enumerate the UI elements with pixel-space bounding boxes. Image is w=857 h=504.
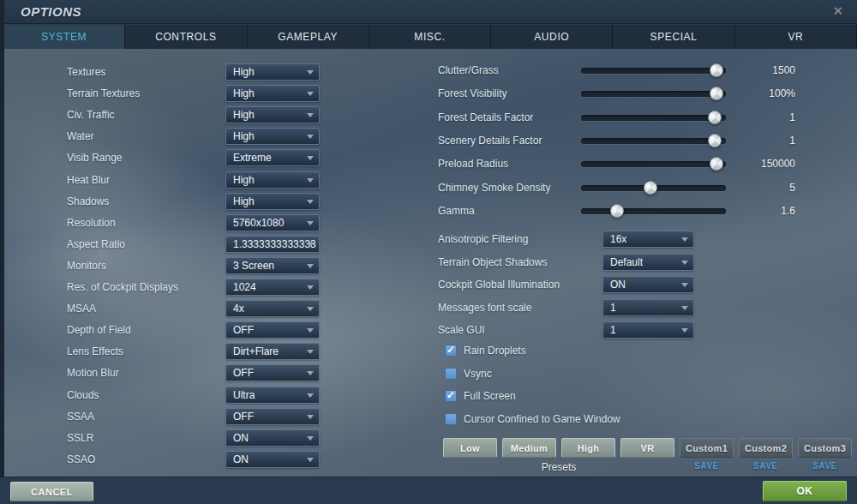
dropdown-value: Default: [610, 255, 643, 270]
checkbox-full-screen[interactable]: [445, 390, 457, 402]
checkbox-vsync[interactable]: [445, 368, 457, 380]
slider-knob-scenery-details-factor[interactable]: [708, 134, 722, 147]
dropdown-cockpit-global-illumination[interactable]: ON: [602, 276, 694, 293]
dropdown-value: 1: [610, 300, 616, 315]
slider-knob-chimney-smoke-density[interactable]: [644, 181, 657, 195]
tab-vr[interactable]: VR: [735, 24, 857, 49]
footer-bar: CANCEL OK: [0, 477, 857, 504]
checkbox-row: Vsync: [0, 368, 857, 381]
save-button-custom3[interactable]: SAVE: [798, 461, 852, 471]
chevron-down-icon: [307, 436, 314, 441]
setting-label-anisotropic-filtering: Anisotropic Filtering: [438, 231, 528, 248]
slider-label-forest-details-factor: Forest Details Factor: [438, 109, 533, 126]
dropdown-ssao[interactable]: ON: [225, 451, 320, 468]
tab-misc[interactable]: MISC.: [369, 24, 491, 49]
slider-track-preload-radius[interactable]: [581, 161, 726, 167]
setting-label-terrain-object-shadows: Terrain Object Shadows: [438, 254, 547, 271]
slider-value: 1: [735, 109, 795, 126]
save-button-custom1[interactable]: SAVE: [680, 461, 734, 471]
tab-special[interactable]: SPECIAL: [613, 24, 734, 49]
chevron-down-icon: [307, 221, 314, 225]
preset-button-bar: LowMediumHighVRCustom1Custom2Custom3: [443, 438, 852, 458]
slider-track-scenery-details-factor[interactable]: [581, 138, 726, 144]
slider-row: Forest Visibility100%: [0, 85, 857, 102]
dropdown-scale-gui[interactable]: 1: [602, 321, 694, 339]
slider-value: 1: [735, 132, 795, 149]
close-icon[interactable]: ✕: [832, 3, 843, 19]
setting-row: Anisotropic Filtering16x: [0, 231, 857, 248]
dropdown-anisotropic-filtering[interactable]: 16x: [602, 231, 694, 248]
preset-button-low[interactable]: Low: [443, 438, 497, 458]
slider-label-chimney-smoke-density: Chimney Smoke Density: [438, 179, 550, 196]
slider-track-forest-details-factor[interactable]: [581, 115, 726, 121]
slider-label-scenery-details-factor: Scenery Details Factor: [438, 132, 542, 149]
slider-knob-gamma[interactable]: [610, 204, 624, 218]
left-edge-strip: [0, 0, 4, 477]
slider-row: Preload Radius150000: [0, 155, 857, 172]
checkbox-row: Rain Droplets: [0, 345, 857, 358]
preset-button-custom2[interactable]: Custom2: [739, 438, 793, 458]
tab-controls[interactable]: CONTROLS: [125, 24, 247, 49]
chevron-down-icon: [681, 261, 688, 265]
ok-button[interactable]: OK: [763, 481, 847, 501]
slider-value: 100%: [735, 85, 795, 102]
checkbox-row: Cursor Confined to Game Window: [0, 413, 857, 427]
slider-row: Forest Details Factor1: [0, 109, 857, 126]
slider-row: Chimney Smoke Density5: [0, 179, 857, 196]
slider-row: Gamma1.6: [0, 202, 857, 219]
setting-label-cockpit-global-illumination: Cockpit Global Illumination: [438, 276, 560, 293]
checkbox-label: Rain Droplets: [464, 344, 526, 357]
setting-label-scale-gui: Scale GUI: [438, 321, 485, 339]
chevron-down-icon: [307, 458, 314, 462]
checkbox-row: Full Screen: [0, 390, 857, 404]
dropdown-value: ON: [233, 452, 249, 467]
checkbox-cursor-confined-to-game-window[interactable]: [445, 413, 457, 425]
setting-label-messages-font-scale: Messages font scale: [438, 299, 531, 316]
dropdown-value: 16x: [610, 231, 626, 247]
preset-button-medium[interactable]: Medium: [502, 438, 556, 458]
dropdown-messages-font-scale[interactable]: 1: [602, 299, 694, 316]
setting-row: Scale GUI1: [0, 321, 857, 339]
slider-value: 5: [735, 179, 795, 196]
title-bar: OPTIONS ✕: [0, 0, 857, 24]
slider-value: 1500: [735, 62, 795, 79]
checkbox-label: Vsync: [464, 367, 492, 381]
tab-gameplay[interactable]: GAMEPLAY: [248, 24, 369, 49]
chevron-down-icon: [681, 328, 688, 333]
tab-audio[interactable]: AUDIO: [491, 24, 613, 49]
slider-row: Scenery Details Factor1: [0, 132, 857, 149]
preset-button-custom1[interactable]: Custom1: [680, 438, 734, 458]
slider-knob-clutter-grass[interactable]: [710, 63, 723, 77]
setting-row: Messages font scale1: [0, 299, 857, 316]
preset-button-high[interactable]: High: [561, 438, 615, 458]
checkbox-label: Full Screen: [464, 389, 516, 403]
slider-label-preload-radius: Preload Radius: [438, 155, 508, 172]
slider-label-gamma: Gamma: [438, 202, 475, 219]
checkbox-label: Cursor Confined to Game Window: [464, 412, 620, 426]
preset-button-vr[interactable]: VR: [620, 438, 674, 458]
slider-value: 1.6: [735, 202, 795, 219]
slider-track-gamma[interactable]: [581, 208, 726, 214]
dropdown-terrain-object-shadows[interactable]: Default: [602, 254, 694, 271]
dropdown-value: ON: [610, 277, 626, 292]
dropdown-value: ON: [233, 430, 249, 446]
slider-row: Clutter/Grass1500: [0, 62, 857, 79]
setting-label-ssao: SSAO: [67, 451, 95, 468]
preset-button-custom3[interactable]: Custom3: [798, 438, 852, 458]
slider-track-forest-visibility[interactable]: [581, 91, 726, 97]
presets-group-label: Presets: [443, 461, 674, 473]
dropdown-sslr[interactable]: ON: [225, 429, 320, 447]
tab-system[interactable]: SYSTEM: [3, 24, 125, 49]
checkbox-rain-droplets[interactable]: [445, 345, 457, 357]
options-window: OPTIONS ✕ SYSTEMCONTROLSGAMEPLAYMISC.AUD…: [0, 0, 857, 504]
cancel-button[interactable]: CANCEL: [10, 482, 93, 501]
settings-panel: TexturesHighTerrain TexturesHighCiv. Tra…: [0, 49, 857, 477]
tab-bar: SYSTEMCONTROLSGAMEPLAYMISC.AUDIOSPECIALV…: [3, 24, 857, 49]
slider-knob-forest-details-factor[interactable]: [708, 111, 722, 124]
setting-label-sslr: SSLR: [67, 429, 93, 447]
save-button-custom2[interactable]: SAVE: [739, 461, 793, 471]
slider-knob-forest-visibility[interactable]: [710, 87, 723, 100]
slider-knob-preload-radius[interactable]: [710, 157, 723, 171]
slider-track-clutter-grass[interactable]: [581, 68, 726, 74]
setting-row: Cockpit Global IlluminationON: [0, 276, 857, 293]
